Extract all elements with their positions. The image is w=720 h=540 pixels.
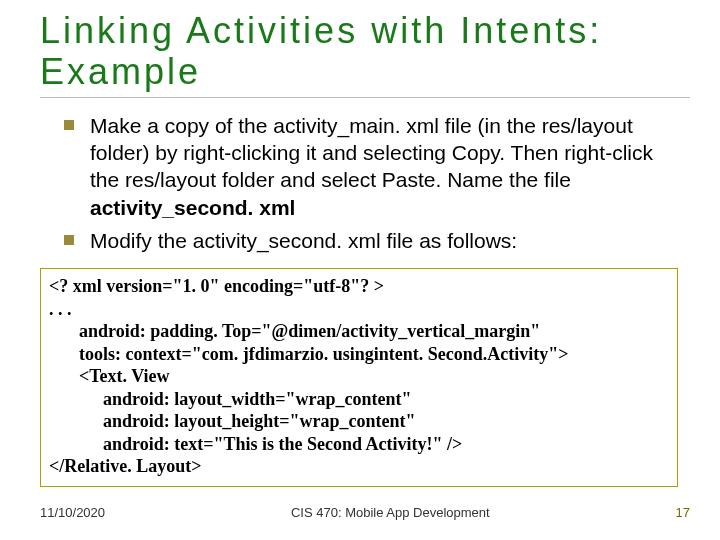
code-line: <? xml version="1. 0" encoding="utf-8"? … <box>49 275 669 298</box>
code-line: android: text="This is the Second Activi… <box>49 433 669 456</box>
title-line-1: Linking Activities with Intents: <box>40 10 602 51</box>
bullet-text: Make a copy of the activity_main. xml fi… <box>90 114 653 192</box>
code-line: android: padding. Top="@dimen/activity_v… <box>49 320 669 343</box>
code-line: tools: context="com. jfdimarzio. usingin… <box>49 343 669 366</box>
bullet-text: Modify the activity_second. xml file as … <box>90 229 517 252</box>
bullet-item: Make a copy of the activity_main. xml fi… <box>64 112 670 221</box>
title-line-2: Example <box>40 51 201 92</box>
bullet-bold: activity_second. xml <box>90 196 295 219</box>
bullet-item: Modify the activity_second. xml file as … <box>64 227 670 254</box>
code-line: android: layout_width="wrap_content" <box>49 388 669 411</box>
code-line: </Relative. Layout> <box>49 455 669 478</box>
slide: Linking Activities with Intents: Example… <box>0 0 720 540</box>
title-underline <box>40 97 690 98</box>
slide-footer: 11/10/2020 CIS 470: Mobile App Developme… <box>0 505 720 520</box>
slide-title: Linking Activities with Intents: Example <box>40 10 690 93</box>
bullet-list: Make a copy of the activity_main. xml fi… <box>40 112 690 254</box>
code-line: android: layout_height="wrap_content" <box>49 410 669 433</box>
code-box: <? xml version="1. 0" encoding="utf-8"? … <box>40 268 678 487</box>
code-line: <Text. View <box>49 365 669 388</box>
footer-course: CIS 470: Mobile App Development <box>105 505 675 520</box>
footer-page-number: 17 <box>676 505 690 520</box>
footer-date: 11/10/2020 <box>40 505 105 520</box>
code-line: . . . <box>49 298 669 321</box>
